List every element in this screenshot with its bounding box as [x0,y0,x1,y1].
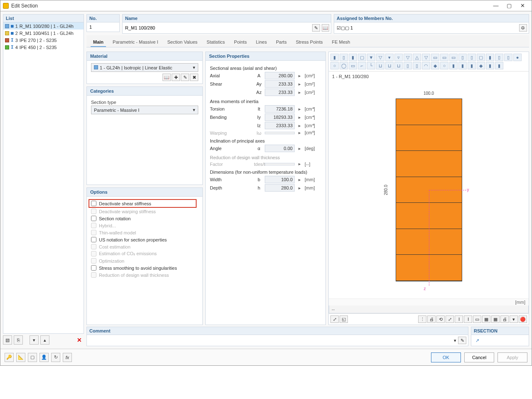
no-input[interactable] [89,24,118,30]
prop-value-input[interactable]: 18293.33 [265,113,295,121]
sort-desc-button[interactable]: ▴ [40,335,49,345]
prop-value-input[interactable]: 100.0 [265,176,295,183]
option-deactivate-shear-stiffness[interactable]: Deactivate shear stiffness [89,199,197,208]
option-us-notation-for-section-properties[interactable]: US notation for section properties [91,236,198,243]
stepper-icon[interactable]: ▸ [296,115,304,120]
copy-section-button[interactable]: ⎘ [14,335,23,345]
preview-tool-button[interactable]: ⤢ [446,315,454,323]
shape-type-button[interactable]: ▮ [349,54,357,61]
shape-type-button[interactable]: ▯ [504,54,512,61]
tab-stress-points[interactable]: Stress Points [293,38,325,47]
shape-type-button[interactable]: ▯ [404,62,412,69]
prop-value-input[interactable]: 2333.33 [265,122,295,129]
stepper-icon[interactable]: ▸ [296,185,304,191]
option-checkbox[interactable] [91,265,96,271]
refresh-icon[interactable]: ↻ [51,353,60,362]
shape-type-button[interactable]: ▮ [449,62,458,69]
preview-tool-button[interactable]: 🔴 [519,315,527,323]
stepper-icon[interactable]: ▸ [296,73,304,79]
shape-type-button[interactable]: ⊔ [376,62,384,69]
tab-main[interactable]: Main [91,38,106,47]
preview-tool-button[interactable]: ▦ [482,315,490,323]
name-input[interactable] [124,25,310,31]
pick-members-icon[interactable]: ⯐ [519,24,527,32]
shape-type-button[interactable]: ▭ [431,54,439,61]
comment-input[interactable] [89,337,452,343]
material-library-icon[interactable]: 📖 [163,74,171,81]
prop-value-input[interactable]: 233.33 [265,80,295,88]
preview-tool-button[interactable]: 🖨 [427,315,436,323]
delete-section-button[interactable]: ✕ [75,335,84,345]
sort-asc-button[interactable]: ▾ [30,335,39,345]
shape-type-button[interactable]: ⊔ [394,62,403,69]
preview-tool-button[interactable]: ▦ [491,315,500,323]
close-button[interactable]: ✕ [516,2,529,10]
tab-statistics[interactable]: Statistics [204,38,227,47]
shape-type-button[interactable]: ▢ [477,54,485,61]
preview-tool-button[interactable]: Ⅰ [464,315,472,323]
shape-type-button[interactable]: ▯ [413,62,421,69]
option-checkbox[interactable] [91,201,96,206]
comment-edit-icon[interactable]: ✎ [458,337,466,344]
stepper-icon[interactable]: ▸ [296,177,304,182]
tab-points[interactable]: Points [232,38,249,47]
prop-value-input[interactable]: 0.00 [265,145,295,152]
shape-type-button[interactable]: ⊔ [385,62,394,69]
shape-type-button[interactable]: ◯ [340,62,348,69]
tab-fe-mesh[interactable]: FE Mesh [329,38,352,47]
shape-type-button[interactable]: ▯ [468,54,476,61]
help-icon[interactable]: 🔑 [5,353,14,362]
stepper-icon[interactable]: ▸ [296,146,304,151]
tab-lines[interactable]: Lines [254,38,269,47]
new-section-button[interactable]: ▧ [3,335,12,345]
maximize-button[interactable]: ▢ [502,2,516,10]
shape-type-button[interactable]: ◆ [477,62,485,69]
tab-parts[interactable]: Parts [273,38,289,47]
shape-type-button[interactable]: ▮ [486,54,494,61]
function-icon[interactable]: fx [63,353,72,362]
library-icon[interactable]: 📖 [322,24,329,32]
option-section-rotation[interactable]: Section rotation [91,215,198,222]
prop-value-input[interactable]: 280.00 [265,72,295,79]
preview-meta-select[interactable]: -- [329,305,529,313]
tab-parametric-massive-i[interactable]: Parametric - Massive I [110,38,160,47]
option-checkbox[interactable] [91,216,96,221]
zoom-fit-icon[interactable]: ⤢ [330,315,339,323]
shape-type-button[interactable]: ▽ [376,54,384,61]
edit-name-icon[interactable]: ✎ [312,24,320,32]
apply-button[interactable]: Apply [498,352,527,362]
stepper-icon[interactable]: ▸ [296,90,304,95]
cancel-button[interactable]: Cancel [464,352,494,362]
prop-value-input[interactable]: 7236.18 [265,105,295,113]
shape-type-button[interactable]: ● [513,54,522,61]
shape-type-button[interactable]: ▼ [367,54,375,61]
preview-tool-button[interactable]: ⋮ [418,315,426,323]
shape-type-button[interactable]: ▽ [422,54,430,61]
shape-type-button[interactable]: ▯ [458,54,467,61]
preview-tool-button[interactable]: ⟲ [436,315,445,323]
material-select[interactable]: 1 - GL24h | Isotropic | Linear Elastic ▾ [91,63,198,72]
shape-type-button[interactable]: └ [367,62,375,69]
assigned-input[interactable] [336,25,517,31]
list-item[interactable]: ■1R_M1 100/280 | 1 - GL24h [3,22,84,30]
material-delete-icon[interactable]: ✖ [190,74,198,81]
member-view-icon[interactable]: 👤 [39,353,49,362]
stepper-icon[interactable]: ▸ [296,81,304,87]
preview-tool-button[interactable]: ▭ [473,315,481,323]
shape-type-button[interactable]: ○ [330,62,339,69]
shape-type-button[interactable]: ▭ [440,54,448,61]
list-item[interactable]: I4IPE 450 | 2 - S235 [3,44,84,51]
shape-type-button[interactable]: ◠ [422,62,430,69]
shape-type-button[interactable]: ▾ [385,54,394,61]
rsection-open-icon[interactable]: ↗ [473,337,481,344]
zoom-region-icon[interactable]: ◱ [340,315,348,323]
shape-type-button[interactable]: ▮ [330,54,339,61]
preview-tool-button[interactable]: Ⅰ [455,315,463,323]
option-checkbox[interactable] [91,237,96,242]
view-settings-icon[interactable]: ▢ [28,353,37,362]
list-item[interactable]: ■2R_M1 100/451 | 1 - GL24h [3,30,84,37]
material-edit-icon[interactable]: ✎ [181,74,189,81]
shape-type-button[interactable]: ▮ [495,62,503,69]
shape-type-button[interactable]: ▯ [340,54,348,61]
prop-value-input[interactable]: 233.33 [265,89,295,96]
